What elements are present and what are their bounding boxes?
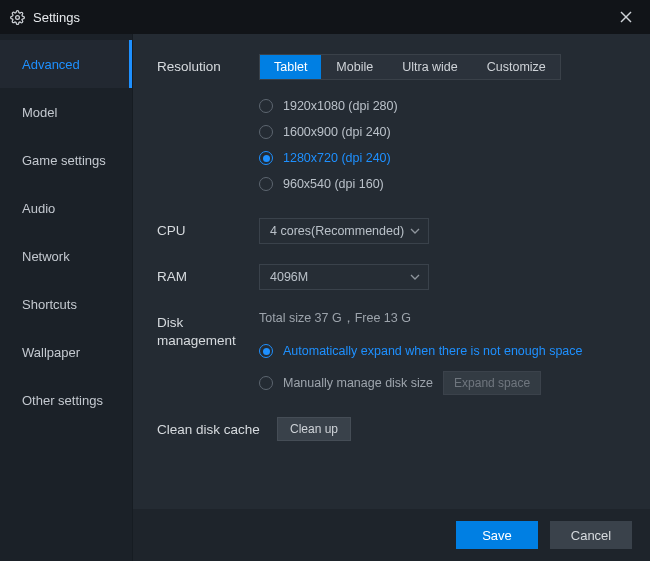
settings-window: Settings Advanced Model Game settings Au…	[0, 0, 650, 561]
clean-up-button[interactable]: Clean up	[277, 417, 351, 441]
titlebar: Settings	[0, 0, 650, 34]
row-resolution: Resolution Tablet Mobile Ultra wide Cust…	[157, 54, 632, 198]
radio-icon	[259, 125, 273, 139]
sidebar-item-label: Advanced	[22, 57, 80, 72]
sidebar-item-other-settings[interactable]: Other settings	[0, 376, 132, 424]
sidebar-item-advanced[interactable]: Advanced	[0, 40, 132, 88]
cpu-select-value: 4 cores(Recommended)	[270, 224, 404, 238]
resolution-option[interactable]: 1600x900 (dpi 240)	[259, 120, 632, 144]
sidebar-item-label: Network	[22, 249, 70, 264]
disk-info: Total size 37 G，Free 13 G	[259, 310, 632, 327]
close-button[interactable]	[612, 3, 640, 31]
sidebar-item-wallpaper[interactable]: Wallpaper	[0, 328, 132, 376]
sidebar-item-game-settings[interactable]: Game settings	[0, 136, 132, 184]
cpu-select[interactable]: 4 cores(Recommended)	[259, 218, 429, 244]
radio-icon	[259, 344, 273, 358]
body: Advanced Model Game settings Audio Netwo…	[0, 34, 650, 561]
label-disk: Disk management	[157, 310, 259, 397]
label-ram: RAM	[157, 264, 259, 290]
expand-space-button: Expand space	[443, 371, 541, 395]
sidebar-item-audio[interactable]: Audio	[0, 184, 132, 232]
footer: Save Cancel	[133, 509, 650, 561]
sidebar-item-label: Audio	[22, 201, 55, 216]
cancel-button[interactable]: Cancel	[550, 521, 632, 549]
sidebar-item-label: Game settings	[22, 153, 106, 168]
sidebar-item-label: Other settings	[22, 393, 103, 408]
main-panel: Resolution Tablet Mobile Ultra wide Cust…	[133, 34, 650, 561]
disk-option-auto[interactable]: Automatically expand when there is not e…	[259, 339, 632, 363]
resolution-option[interactable]: 1920x1080 (dpi 280)	[259, 94, 632, 118]
radio-icon	[259, 376, 273, 390]
label-clean-cache: Clean disk cache	[157, 417, 277, 441]
radio-icon	[259, 99, 273, 113]
tab-customize[interactable]: Customize	[472, 55, 560, 79]
gear-icon	[10, 10, 25, 25]
label-cpu: CPU	[157, 218, 259, 244]
sidebar-item-label: Model	[22, 105, 57, 120]
ram-select[interactable]: 4096M	[259, 264, 429, 290]
tab-ultra-wide[interactable]: Ultra wide	[387, 55, 472, 79]
disk-option-manual[interactable]: Manually manage disk size Expand space	[259, 371, 632, 395]
svg-point-0	[16, 15, 20, 19]
radio-icon	[259, 177, 273, 191]
row-ram: RAM 4096M	[157, 264, 632, 290]
save-button[interactable]: Save	[456, 521, 538, 549]
sidebar-item-network[interactable]: Network	[0, 232, 132, 280]
sidebar-item-shortcuts[interactable]: Shortcuts	[0, 280, 132, 328]
row-cpu: CPU 4 cores(Recommended)	[157, 218, 632, 244]
tab-mobile[interactable]: Mobile	[321, 55, 387, 79]
resolution-options: 1920x1080 (dpi 280) 1600x900 (dpi 240) 1…	[259, 94, 632, 196]
resolution-option[interactable]: 1280x720 (dpi 240)	[259, 146, 632, 170]
resolution-option[interactable]: 960x540 (dpi 160)	[259, 172, 632, 196]
row-clean-cache: Clean disk cache Clean up	[157, 417, 632, 441]
chevron-down-icon	[410, 272, 420, 282]
label-resolution: Resolution	[157, 54, 259, 198]
radio-icon	[259, 151, 273, 165]
ram-select-value: 4096M	[270, 270, 308, 284]
chevron-down-icon	[410, 226, 420, 236]
sidebar: Advanced Model Game settings Audio Netwo…	[0, 34, 133, 561]
window-title: Settings	[33, 10, 612, 25]
close-icon	[620, 11, 632, 23]
sidebar-item-label: Shortcuts	[22, 297, 77, 312]
sidebar-item-model[interactable]: Model	[0, 88, 132, 136]
tab-tablet[interactable]: Tablet	[260, 55, 321, 79]
resolution-mode-tabs: Tablet Mobile Ultra wide Customize	[259, 54, 561, 80]
row-disk: Disk management Total size 37 G，Free 13 …	[157, 310, 632, 397]
sidebar-item-label: Wallpaper	[22, 345, 80, 360]
